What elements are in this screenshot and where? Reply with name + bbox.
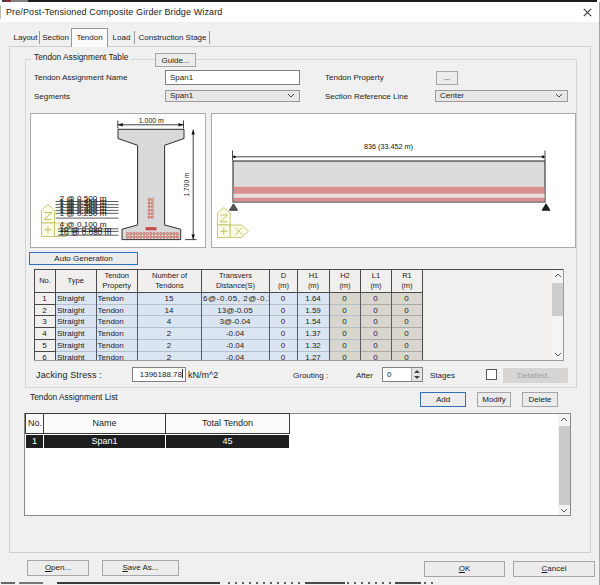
svg-text:1.700 m: 1.700 m [183, 172, 190, 196]
svg-text:1.000 m: 1.000 m [139, 117, 164, 124]
svg-text:10 @ 0.080 m: 10 @ 0.080 m [60, 229, 112, 236]
svg-text:1 @ 0.250 m: 1 @ 0.250 m [60, 210, 107, 217]
svg-text:836 (33.452 m): 836 (33.452 m) [364, 143, 413, 151]
